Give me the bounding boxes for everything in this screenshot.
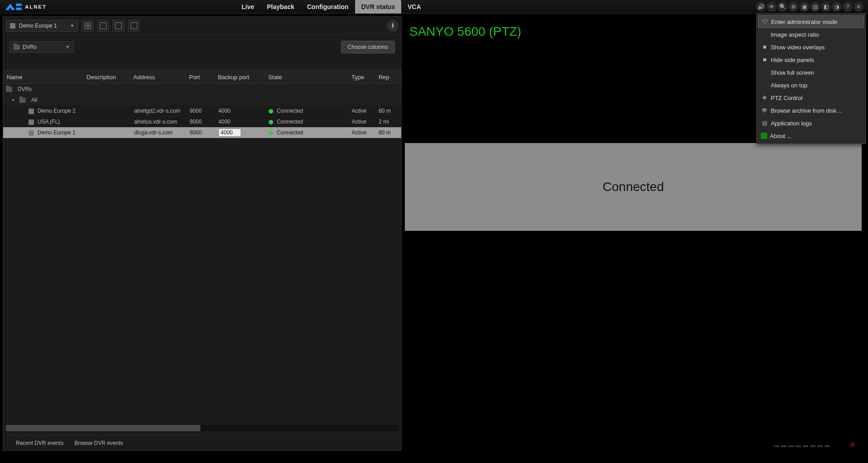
col-backup-port[interactable]: Backup port	[214, 71, 265, 83]
close-icon[interactable]: ✕	[854, 2, 863, 12]
tree-root-dvrs[interactable]: DVRs	[3, 84, 401, 95]
svg-rect-0	[16, 3, 22, 5]
cell-rep: 2 mi	[375, 119, 401, 125]
choose-columns-button[interactable]: Choose columns	[341, 41, 395, 53]
main-tabs: Live Playback Configuration DVR status V…	[235, 0, 427, 14]
svg-rect-3	[85, 23, 87, 25]
help-icon[interactable]: ?	[843, 2, 853, 12]
tab-configuration[interactable]: Configuration	[301, 0, 355, 14]
folder-icon	[19, 98, 26, 103]
col-type[interactable]: Type	[348, 71, 375, 83]
tab-dvr-status[interactable]: DVR status	[355, 0, 402, 14]
col-state[interactable]: State	[265, 71, 348, 83]
layout-3-button[interactable]	[128, 20, 140, 32]
dvrs-filter-dropdown[interactable]: DVRs ▼	[9, 41, 74, 53]
menu-label: Show video overlays	[771, 44, 825, 51]
top-bar: ALNET Live Playback Configuration DVR st…	[0, 0, 868, 14]
status-dot-icon	[269, 131, 273, 135]
backup-port-edit[interactable]: 4000	[218, 129, 241, 137]
menu-always-on-top[interactable]: Always on top	[758, 79, 864, 91]
menu-browse-archive[interactable]: ⛃ Browse archive from disk...	[758, 104, 864, 117]
tab-recent-events[interactable]: Recent DVR events	[16, 440, 63, 446]
shield-icon: 🛡	[761, 18, 768, 25]
tab-live[interactable]: Live	[235, 0, 261, 14]
left-panel-header: Demo Europe 1 ▼ ⬇	[3, 17, 401, 35]
download-button[interactable]: ⬇	[387, 20, 398, 32]
layout-2x2-button[interactable]	[82, 20, 94, 32]
dot-icon	[796, 445, 801, 447]
menu-enter-admin-mode[interactable]: 🛡 Enter administrator mode	[758, 15, 864, 28]
menu-label: Enter administrator mode	[771, 19, 837, 25]
dot-icon	[803, 445, 808, 447]
zoom-icon[interactable]: 🔍	[778, 2, 787, 12]
menu-label: Always on top	[771, 82, 807, 89]
tree-root-label: DVRs	[18, 84, 32, 95]
chevron-down-icon: ▼	[70, 24, 74, 28]
dvr-table: Name Description Address Port Backup por…	[3, 70, 401, 421]
layout-1-button[interactable]	[97, 20, 109, 32]
menu-label: Show full screen	[771, 69, 814, 76]
status-dot-icon	[269, 109, 273, 114]
cell-port: 9000	[186, 119, 215, 125]
cell-port: 9000	[186, 108, 215, 114]
dot-icon	[817, 445, 823, 447]
cell-address: dluga.vdr-s.com	[131, 129, 186, 136]
tab-vca[interactable]: VCA	[401, 0, 427, 14]
dot-icon	[774, 445, 779, 447]
brand-logo: ALNET	[0, 0, 63, 14]
eye-icon[interactable]: 👁	[767, 2, 777, 12]
col-rep[interactable]: Rep	[375, 71, 401, 83]
menu-application-logs[interactable]: ▤ Application logs	[758, 117, 864, 129]
menu-hide-side-panels[interactable]: Hide side panels	[758, 53, 864, 66]
close-video-icon[interactable]: ⊘	[850, 441, 855, 448]
svg-rect-8	[115, 23, 122, 29]
layout-2-button[interactable]	[113, 20, 124, 32]
move-icon: ✥	[761, 94, 768, 101]
cell-state: Connected	[277, 129, 303, 136]
disk-icon: ⛃	[761, 107, 768, 114]
svg-rect-9	[131, 23, 137, 29]
svg-text:ALNET: ALNET	[25, 3, 47, 9]
cell-name: USA (FL)	[38, 119, 60, 125]
menu-label: Application logs	[771, 120, 812, 127]
menu-about[interactable]: About ...	[758, 129, 864, 142]
col-description[interactable]: Description	[83, 71, 130, 83]
tool-icon-4[interactable]: ◧	[821, 2, 831, 12]
dvrs-filter-label: DVRs	[23, 44, 37, 50]
table-row[interactable]: Demo Europe 1 dluga.vdr-s.com 9000 4000 …	[3, 127, 401, 138]
cell-type: Active	[348, 119, 375, 125]
menu-show-full-screen[interactable]: Show full screen	[758, 66, 864, 79]
tab-playback[interactable]: Playback	[261, 0, 301, 14]
dvr-select-dropdown[interactable]: Demo Europe 1 ▼	[6, 20, 78, 32]
col-name[interactable]: Name	[3, 71, 83, 83]
tool-icon-3[interactable]: ▤	[810, 2, 820, 12]
tool-icon-1[interactable]: ⚙	[788, 2, 798, 12]
tool-icon-2[interactable]: ▣	[799, 2, 809, 12]
col-address[interactable]: Address	[130, 71, 185, 83]
menu-label: About ...	[770, 133, 792, 139]
cell-state: Connected	[277, 119, 303, 125]
tool-icon-5[interactable]: ◑	[832, 2, 842, 12]
dvr-select-label: Demo Europe 1	[19, 23, 57, 29]
about-icon	[761, 133, 767, 139]
log-icon: ▤	[761, 119, 768, 127]
col-port[interactable]: Port	[185, 71, 214, 83]
horizontal-scrollbar[interactable]	[6, 425, 398, 431]
dot-icon	[810, 445, 816, 447]
table-row[interactable]: USA (FL) alnetus.vdr-s.com 9000 4000 Con…	[3, 116, 401, 127]
dot-icon	[781, 445, 787, 447]
scrollbar-thumb[interactable]	[6, 425, 200, 431]
table-row[interactable]: Demo Europe 2 alnetgd2.vdr-s.com 9000 40…	[3, 105, 401, 116]
server-icon	[28, 130, 34, 136]
volume-icon[interactable]: 🔊	[756, 2, 766, 12]
menu-show-video-overlays[interactable]: Show video overlays	[758, 41, 864, 53]
menu-ptz-control[interactable]: ✥ PTZ Control	[758, 91, 864, 104]
context-menu: 🛡 Enter administrator mode Image aspect …	[756, 14, 866, 144]
tree-all-label: All	[31, 95, 37, 105]
tab-browse-events[interactable]: Browse DVR events	[74, 440, 123, 446]
tree-node-all[interactable]: ▾ All	[3, 95, 401, 105]
video-placeholder: Connected	[405, 143, 862, 231]
menu-image-aspect-ratio[interactable]: Image aspect ratio	[758, 28, 864, 41]
cell-state: Connected	[277, 108, 303, 114]
cell-type: Active	[348, 129, 375, 136]
